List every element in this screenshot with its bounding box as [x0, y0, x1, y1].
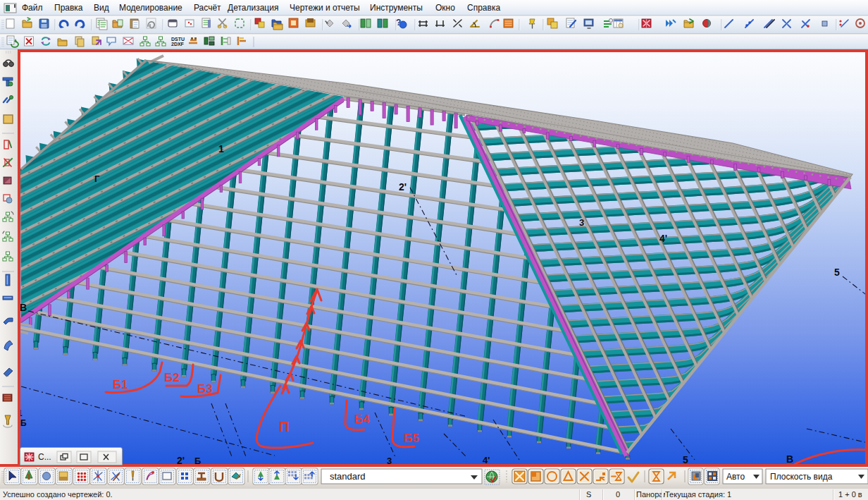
- svg-text:2DXF: 2DXF: [171, 42, 185, 47]
- svg-text:standard: standard: [330, 471, 366, 482]
- svg-text:В: В: [20, 302, 27, 313]
- svg-text:С...: С...: [38, 452, 51, 462]
- svg-text:П: П: [279, 419, 289, 434]
- svg-text:4': 4': [483, 455, 490, 465]
- svg-text:Плоскость вида: Плоскость вида: [770, 472, 833, 482]
- svg-text:3: 3: [579, 217, 584, 228]
- svg-text:Б3: Б3: [197, 382, 213, 396]
- svg-text:2': 2': [399, 181, 407, 193]
- svg-text:5: 5: [834, 267, 840, 278]
- svg-text:Б4: Б4: [354, 413, 370, 426]
- svg-text:Б: Б: [20, 418, 27, 428]
- svg-text:Б2: Б2: [164, 371, 180, 384]
- svg-text:Г: Г: [94, 173, 100, 184]
- svg-text:1: 1: [218, 143, 224, 154]
- svg-text:Б1: Б1: [113, 378, 128, 391]
- svg-text:DSTU: DSTU: [171, 37, 185, 42]
- svg-text:Б5: Б5: [404, 432, 419, 445]
- svg-text:В: В: [786, 453, 793, 465]
- svg-text:Авто: Авто: [726, 472, 745, 482]
- svg-text:5: 5: [683, 454, 688, 465]
- svg-text:4': 4': [659, 233, 667, 244]
